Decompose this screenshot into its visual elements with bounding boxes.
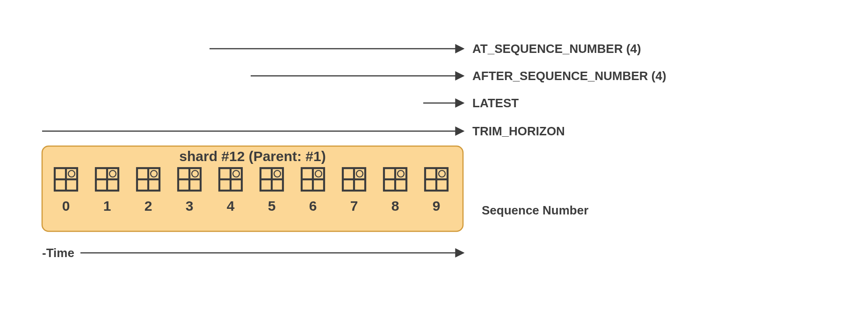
- sequence-number: 3: [186, 198, 194, 214]
- time-axis: -Time: [42, 246, 463, 260]
- label-trim-horizon: TRIM_HORIZON: [472, 124, 565, 138]
- sequence-number: 4: [227, 198, 235, 214]
- sequence-number: 2: [145, 198, 152, 214]
- iterator-arrows: AT_SEQUENCE_NUMBER (4) AFTER_SEQUENCE_NU…: [42, 42, 666, 138]
- label-after-sequence: AFTER_SEQUENCE_NUMBER (4): [472, 69, 666, 83]
- sequence-number: 7: [350, 198, 358, 214]
- time-label: -Time: [42, 246, 74, 260]
- sequence-number: 6: [309, 198, 317, 214]
- sequence-number: 0: [62, 198, 70, 214]
- sequence-number-label: Sequence Number: [482, 203, 588, 217]
- kinesis-iterator-diagram: AT_SEQUENCE_NUMBER (4) AFTER_SEQUENCE_NU…: [0, 0, 868, 332]
- sequence-number: 8: [391, 198, 399, 214]
- label-at-sequence: AT_SEQUENCE_NUMBER (4): [472, 42, 641, 56]
- sequence-number: 5: [268, 198, 276, 214]
- shard-title: shard #12 (Parent: #1): [179, 148, 326, 164]
- label-latest: LATEST: [472, 96, 519, 110]
- sequence-number: 1: [103, 198, 111, 214]
- sequence-number: 9: [433, 198, 441, 214]
